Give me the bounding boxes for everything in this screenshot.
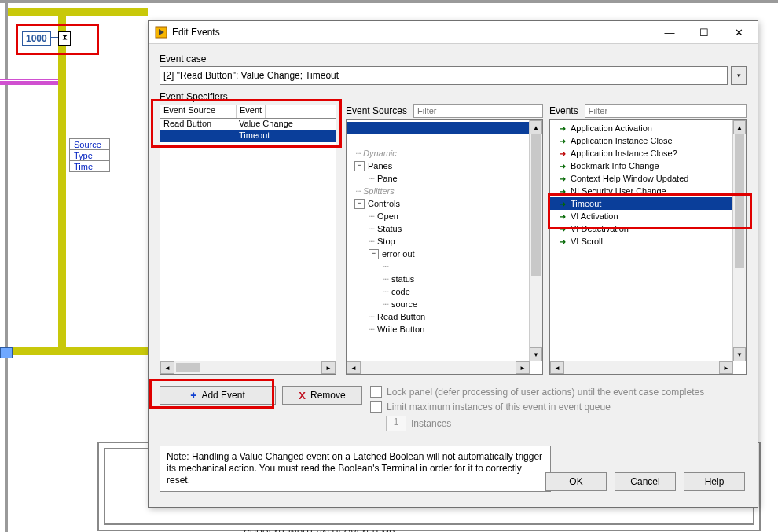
edit-events-dialog: Edit Events — ☐ ✕ Event case [2] "Read B…: [148, 20, 758, 508]
scroll-up-icon[interactable]: ▲: [733, 120, 746, 134]
help-button[interactable]: Help: [684, 472, 745, 491]
scroll-thumb[interactable]: [735, 134, 744, 268]
event-list-item[interactable]: ➜Bookmark Info Change: [550, 160, 733, 172]
scroll-thumb[interactable]: [531, 134, 541, 276]
scroll-up-icon[interactable]: ▲: [530, 120, 542, 134]
event-arrow-icon: ➜: [560, 149, 568, 158]
event-list-item[interactable]: ➜Application Activation: [550, 122, 733, 134]
source-tree-item[interactable]: ┈Dynamic: [347, 147, 530, 160]
specifier-row[interactable]: Read ButtonValue Change: [160, 119, 336, 130]
scroll-right-icon[interactable]: ►: [719, 361, 733, 374]
source-tree-item[interactable]: ┈Stop: [347, 235, 530, 248]
scroll-left-icon[interactable]: ◄: [550, 361, 564, 374]
event-arrow-icon: ➜: [560, 200, 568, 208]
source-tree-item[interactable]: −Controls: [347, 197, 530, 210]
source-tree-item[interactable]: ┈Splitters: [347, 185, 530, 197]
bd-grey-border-2: [0, 0, 778, 3]
source-tree-item[interactable]: ┈Read Button: [347, 310, 530, 323]
events-hscroll[interactable]: ◄ ►: [550, 361, 733, 374]
event-list-item[interactable]: ➜VI Deactivation: [550, 222, 733, 235]
tree-expander-icon[interactable]: −: [354, 161, 365, 171]
events-filter-input[interactable]: [585, 104, 747, 118]
add-event-label: Add Event: [201, 390, 244, 401]
event-arrow-icon: ➜: [560, 137, 568, 145]
window-title: Edit Events: [172, 27, 652, 38]
titlebar[interactable]: Edit Events — ☐ ✕: [149, 21, 758, 44]
source-tree-item[interactable]: ┈status: [347, 273, 530, 285]
event-list-item[interactable]: ➜Application Instance Close: [550, 134, 733, 147]
source-tree-item[interactable]: −Panes: [347, 160, 530, 172]
remove-event-button[interactable]: X Remove: [282, 386, 362, 405]
event-list-item[interactable]: ➜VI Scroll: [550, 235, 733, 248]
ok-button[interactable]: OK: [545, 472, 607, 491]
source-tree-item[interactable]: [347, 122, 530, 134]
sources-filter-input[interactable]: [413, 104, 543, 118]
source-tree-item[interactable]: ┈code: [347, 285, 530, 298]
cluster-field-time: Time: [70, 161, 109, 171]
tree-expander-icon[interactable]: −: [369, 249, 379, 259]
events-list[interactable]: ➜Application Activation➜Application Inst…: [549, 119, 747, 375]
source-tree-item[interactable]: ┈source: [347, 298, 530, 310]
remove-label: Remove: [310, 390, 346, 401]
bd-yellow-wire-vert: [58, 16, 66, 347]
cancel-button[interactable]: Cancel: [615, 472, 676, 491]
events-vscroll[interactable]: ▲ ▼: [732, 120, 746, 361]
cluster-field-type: Type: [70, 150, 109, 161]
scroll-right-icon[interactable]: ►: [321, 361, 336, 374]
maximize-button[interactable]: ☐: [687, 21, 721, 43]
scroll-right-icon[interactable]: ►: [516, 361, 530, 374]
truncated-label: CURRENT INPUT VALUEOVEN TEMP: [244, 528, 395, 532]
event-sources-tree[interactable]: ┈Dynamic−Panes┈Pane┈Splitters−Controls┈O…: [346, 119, 543, 375]
close-button[interactable]: ✕: [721, 21, 756, 43]
event-list-item[interactable]: ➜Application Instance Close?: [550, 147, 733, 160]
scroll-thumb[interactable]: [176, 363, 200, 372]
bd-yellow-wire-top: [8, 8, 148, 16]
source-tree-item[interactable]: −error out: [347, 248, 530, 260]
source-tree-item[interactable]: ┈Pane: [347, 172, 530, 185]
source-tree-item[interactable]: [347, 134, 530, 147]
limit-instances-checkbox[interactable]: [370, 401, 382, 413]
sources-vscroll[interactable]: ▲ ▼: [529, 120, 542, 361]
note-text: Note: Handling a Value Changed event on …: [160, 446, 551, 492]
event-list-item[interactable]: ➜Context Help Window Updated: [550, 172, 733, 185]
scroll-left-icon[interactable]: ◄: [347, 361, 361, 374]
sources-hscroll[interactable]: ◄ ►: [347, 361, 530, 374]
hourglass-icon: ⧗: [58, 31, 71, 46]
instances-label: Instances: [411, 418, 451, 429]
event-list-item[interactable]: ➜NI Security User Change: [550, 185, 733, 197]
plus-icon: +: [190, 389, 196, 402]
event-case-combo[interactable]: [2] "Read Button": Value Change; Timeout: [160, 66, 728, 85]
bd-terminal: [0, 347, 13, 358]
tree-expander-icon[interactable]: −: [354, 199, 365, 209]
events-list-label: Events: [549, 105, 578, 116]
event-case-dropdown-button[interactable]: ▾: [731, 66, 747, 85]
event-list-item[interactable]: ➜VI Activation: [550, 210, 733, 222]
event-list-item[interactable]: ➜Timeout: [550, 197, 733, 210]
source-tree-item[interactable]: ┈Status: [347, 222, 530, 235]
event-specifiers-table[interactable]: Event Source Event Read ButtonValue Chan…: [160, 105, 336, 375]
add-event-button[interactable]: + Add Event: [160, 386, 276, 405]
specifier-row[interactable]: Timeout: [160, 130, 336, 142]
cluster-field-source: Source: [70, 139, 109, 150]
event-sources-label: Event Sources: [346, 105, 407, 116]
source-tree-item[interactable]: ┈Write Button: [347, 323, 530, 336]
scroll-left-icon[interactable]: ◄: [160, 361, 174, 374]
source-tree-item[interactable]: ┈: [347, 260, 530, 273]
lock-panel-checkbox[interactable]: [370, 386, 382, 398]
spec-hscroll[interactable]: ◄ ►: [160, 361, 336, 374]
event-arrow-icon: ➜: [560, 124, 568, 133]
event-arrow-icon: ➜: [560, 187, 568, 196]
event-arrow-icon: ➜: [560, 162, 568, 171]
spec-header-event: Event: [237, 105, 266, 118]
event-data-cluster: Source Type Time: [69, 138, 110, 172]
source-tree-item[interactable]: ┈Open: [347, 210, 530, 222]
bd-pink-cluster-wire: [0, 79, 58, 85]
chevron-down-icon: ▾: [737, 72, 741, 79]
event-case-label: Event case: [160, 53, 747, 64]
scroll-down-icon[interactable]: ▼: [530, 347, 542, 361]
scroll-down-icon[interactable]: ▼: [733, 347, 746, 361]
timeout-constant[interactable]: 1000: [22, 31, 51, 46]
minimize-button[interactable]: —: [652, 21, 687, 43]
event-arrow-icon: ➜: [560, 212, 568, 221]
event-arrow-icon: ➜: [560, 174, 568, 183]
